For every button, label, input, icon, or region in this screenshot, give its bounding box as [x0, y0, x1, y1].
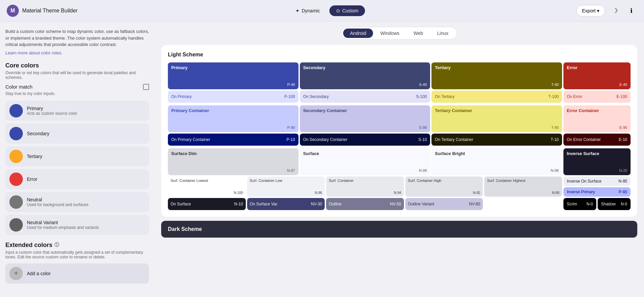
light-scheme-title: Light Scheme: [168, 52, 631, 58]
moon-icon: ☽: [612, 7, 618, 14]
outline-cell: Outline NV-50: [326, 198, 404, 210]
primary-dot: [9, 104, 23, 117]
inverse-primary-cell: Inverse Primary P-80: [563, 187, 631, 197]
header-left: M Material Theme Builder: [7, 5, 78, 17]
empty-filler: [484, 198, 562, 210]
right-inverse-col: Inverse On Surface N-95 Inverse Primary …: [563, 177, 631, 197]
surf-container-low-cell: Surf. Container Low N-96: [247, 177, 325, 197]
on-primary-cell: On Primary P-100: [168, 91, 298, 103]
main-layout: Build a custom color scheme to map dynam…: [0, 21, 644, 297]
inverse-on-surface-cell: Inverse On Surface N-95: [563, 177, 631, 186]
neutral-sub: Used for background and surfaces: [27, 202, 88, 207]
sidebar: Build a custom color scheme to map dynam…: [0, 21, 154, 297]
tab-android[interactable]: Android: [343, 29, 373, 38]
neutral-variant-name: Neutral Variant: [27, 220, 99, 225]
tertiary-name: Tertiary: [27, 154, 42, 159]
dynamic-icon: ✦: [295, 8, 300, 13]
neutral-name: Neutral: [27, 197, 88, 202]
primary-container-cell: Primary Container P-90: [168, 105, 298, 132]
add-color-button[interactable]: + Add a color: [5, 263, 149, 284]
content-area: Android Windows Web Linux Light Scheme P…: [154, 21, 644, 297]
tab-windows[interactable]: Windows: [374, 29, 406, 38]
primary-name: Primary: [27, 106, 77, 111]
custom-button[interactable]: ⊙ Custom: [329, 5, 365, 16]
surf-container-lowest-cell: Surf. Container Lowest N-100: [168, 177, 246, 197]
neutral-variant-sub: Used for medium emphasis and variants: [27, 225, 99, 230]
color-item-tertiary[interactable]: Tertiary: [5, 146, 149, 166]
core-colors-title: Core colors: [5, 62, 149, 69]
info-icon: ℹ: [630, 7, 633, 14]
color-match-sub: Stay true to my color inputs.: [5, 91, 149, 96]
sidebar-description: Build a custom color scheme to map dynam…: [5, 28, 149, 48]
secondary-name: Secondary: [27, 131, 49, 136]
secondary-container-cell: Secondary Container S-90: [300, 105, 430, 132]
learn-more-link[interactable]: Learn more about color roles.: [5, 50, 62, 55]
error-container-cell: Error Container E-90: [563, 105, 631, 132]
on-secondary-container-cell: On Secondary Container S-10: [300, 134, 430, 146]
inverse-surface-cell: Inverse Surface N-20: [563, 148, 631, 175]
tabs-row: Android Windows Web Linux: [341, 27, 457, 40]
core-colors-sub: Override or set key colors that will be …: [5, 70, 149, 80]
surf-container-cell: Surf. Container N-94: [326, 177, 404, 197]
on-error-container-cell: On Error Container E-10: [563, 134, 631, 146]
dark-scheme-card: Dark Scheme: [161, 221, 637, 238]
color-item-neutral[interactable]: Neutral Used for background and surfaces: [5, 192, 149, 212]
tab-section: Android Windows Web Linux: [161, 27, 637, 40]
neutral-dot: [9, 195, 23, 209]
theme-toggle-button[interactable]: ☽: [609, 5, 621, 17]
shadow-cell: Shadow N-0: [598, 198, 631, 210]
light-scheme-card: Light Scheme Primary P-40 Secondary S-40…: [161, 45, 637, 217]
header-center: ✦ Dynamic ⊙ Custom: [289, 5, 365, 16]
add-color-icon: +: [9, 267, 23, 280]
on-surface-cell: On Surface N-10: [168, 198, 246, 210]
app-logo: M: [7, 5, 19, 17]
info-button[interactable]: ℹ: [625, 5, 637, 17]
on-error-cell: On Error E-100: [563, 91, 631, 103]
extended-sub: Input a custom color that automatically …: [5, 250, 149, 259]
color-match-row: Color match: [5, 84, 149, 90]
app-title: Material Theme Builder: [22, 8, 78, 14]
custom-icon: ⊙: [336, 8, 340, 13]
info-circle-icon: ⓘ: [54, 242, 59, 248]
scrim-cell: Scrim N-0: [563, 198, 596, 210]
error-name: Error: [27, 177, 37, 182]
chevron-down-icon: ▾: [597, 8, 599, 13]
on-secondary-cell: On Secondary S-100: [300, 91, 430, 103]
dynamic-button[interactable]: ✦ Dynamic: [289, 5, 326, 16]
on-tertiary-container-cell: On Tertiary Container T-10: [431, 134, 562, 146]
tertiary-cell: Tertiary T-40: [431, 62, 562, 89]
on-surface-var-cell: On Surface Var. NV-30: [247, 198, 325, 210]
surface-bright-cell: Surface Bright N-98: [431, 148, 562, 175]
color-item-neutral-variant[interactable]: Neutral Variant Used for medium emphasis…: [5, 215, 149, 235]
on-tertiary-cell: On Tertiary T-100: [431, 91, 562, 103]
surf-container-highest-cell: Surf. Container Highest N-90: [484, 177, 562, 197]
outline-variant-cell: Outline Variant NV-80: [405, 198, 483, 210]
add-color-label: Add a color: [27, 271, 51, 276]
color-match-title: Color match: [5, 84, 33, 90]
header: M Material Theme Builder ✦ Dynamic ⊙ Cus…: [0, 0, 644, 21]
header-right: Export ▾ ☽ ℹ: [577, 5, 637, 17]
neutral-variant-dot: [9, 218, 23, 232]
extended-colors-title: Extended colors ⓘ: [5, 242, 149, 249]
surf-container-high-cell: Surf. Container High N-92: [405, 177, 483, 197]
tertiary-container-cell: Tertiary Container T-90: [431, 105, 562, 132]
tab-web[interactable]: Web: [407, 29, 430, 38]
on-primary-container-cell: On Primary Container P-10: [168, 134, 298, 146]
primary-sub: Acts as custom source color: [27, 111, 77, 116]
secondary-cell: Secondary S-40: [300, 62, 430, 89]
color-item-primary[interactable]: Primary Acts as custom source color: [5, 101, 149, 121]
export-button[interactable]: Export ▾: [577, 5, 605, 16]
scrim-shadow-col: Scrim N-0 Shadow N-0: [563, 198, 631, 210]
error-cell: Error E-40: [563, 62, 631, 89]
error-dot: [9, 172, 23, 186]
surface-cell: Surface N-98: [300, 148, 430, 175]
color-item-secondary[interactable]: Secondary: [5, 123, 149, 144]
primary-cell: Primary P-40: [168, 62, 298, 89]
surface-dim-cell: Surface Dim N-87: [168, 148, 298, 175]
tab-linux[interactable]: Linux: [430, 29, 455, 38]
tertiary-dot: [9, 150, 23, 163]
color-match-checkbox[interactable]: [143, 84, 149, 90]
color-item-error[interactable]: Error: [5, 169, 149, 189]
secondary-dot: [9, 127, 23, 140]
